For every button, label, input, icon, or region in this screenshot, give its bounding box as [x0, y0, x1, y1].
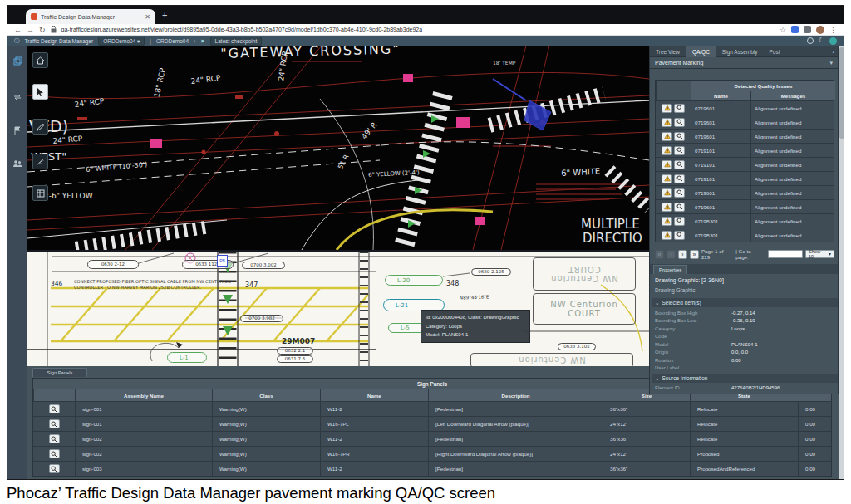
sign-panels-tab[interactable]: Sign Panels [32, 368, 87, 377]
dock-panel-icon[interactable] [829, 267, 834, 272]
issue-row[interactable]: 0719101 Alignment undefined [656, 157, 834, 171]
issue-row[interactable]: 0719101 Alignment undefined [656, 143, 834, 157]
zoom-to-button[interactable] [49, 419, 60, 428]
browser-avatar[interactable] [816, 26, 824, 34]
extensions-menu-icon[interactable] [804, 26, 811, 33]
vertical-scrollbar[interactable] [839, 46, 844, 479]
warning-button[interactable] [662, 132, 672, 141]
info-icon[interactable]: ⓘ [14, 37, 20, 45]
first-page-button[interactable]: « [655, 250, 664, 259]
models-icon[interactable] [11, 54, 24, 67]
zoom-to-button[interactable] [674, 146, 685, 155]
issue-row[interactable]: 0719B301 Alignment undefined [656, 228, 834, 242]
tab-overflow-chevron-icon[interactable]: › [832, 48, 834, 56]
source-information-section-header[interactable]: ⌄ Source Information [652, 374, 838, 383]
zoom-to-button[interactable] [674, 231, 685, 240]
issue-message: Alignment undefined [750, 101, 835, 115]
zoom-to-button[interactable] [674, 188, 685, 198]
issue-row[interactable]: 0719601 Alignment undefined [656, 185, 834, 199]
bookmark-star-icon[interactable]: ☆ [780, 26, 786, 34]
last-page-button[interactable]: » [690, 250, 699, 259]
property-label: Model [655, 342, 731, 347]
prev-page-button[interactable]: ‹ [667, 250, 676, 259]
zoom-to-button[interactable] [674, 132, 685, 141]
reload-icon[interactable]: ↻ [39, 26, 46, 34]
zoom-to-button[interactable] [49, 404, 60, 413]
issue-row[interactable]: 0719601 Alignment undefined [656, 199, 834, 213]
draw-tool-button[interactable] [32, 119, 48, 135]
zoom-to-button[interactable] [49, 464, 60, 473]
tab-post[interactable]: Post [764, 46, 786, 57]
zoom-to-button[interactable] [674, 174, 685, 183]
goto-page-input[interactable] [768, 250, 803, 258]
properties-tab[interactable]: Properties [653, 265, 687, 274]
scrollbar-thumb[interactable] [839, 47, 844, 139]
issue-name: 0719601 [691, 200, 750, 213]
browser-tab[interactable]: Traffic Design Data Manager ✕ [26, 9, 155, 24]
zoom-to-button[interactable] [674, 118, 685, 127]
dark-mode-icon[interactable]: ☾ [819, 37, 824, 44]
warning-button[interactable] [662, 203, 672, 212]
warning-button[interactable] [662, 160, 672, 169]
warning-button[interactable] [662, 231, 672, 240]
sync-icon[interactable] [11, 91, 24, 104]
loop-detector-l20[interactable]: L-20 [385, 275, 443, 286]
tab-close-icon[interactable]: ✕ [145, 13, 150, 21]
sign-panel-row[interactable]: sign-001 Warning(W) W11-2 [Pedestrian] 3… [33, 401, 831, 416]
help-icon[interactable] [807, 37, 814, 44]
zoom-to-button[interactable] [49, 434, 60, 443]
sign-panel-row[interactable]: sign-001 Warning(W) W16-7PL [Left Downwa… [33, 416, 831, 431]
warning-button[interactable] [662, 188, 672, 198]
home-tool-button[interactable] [32, 52, 48, 68]
extension-icon[interactable] [791, 26, 799, 33]
sign-panel-row[interactable]: sign-003 Warning(W) W11-2 [Pedestrian] 3… [33, 461, 831, 476]
project-selector[interactable]: ORDDemo04 ▾ [98, 37, 145, 46]
checkpoint-selector[interactable]: Latest checkpoint [210, 37, 263, 46]
sign-panel-row[interactable]: sign-002 Warning(W) W11-2 [Pedestrian] 3… [33, 431, 831, 446]
sign-panel-row[interactable]: sign-002 Warning(W) W16-7PR [Right Downw… [33, 446, 831, 461]
forward-icon[interactable]: → [27, 26, 34, 34]
select-tool-button[interactable] [32, 84, 48, 100]
users-icon[interactable] [11, 157, 24, 170]
tab-qaqc[interactable]: QA/QC [686, 46, 716, 57]
zoom-to-button[interactable] [674, 203, 685, 212]
zoom-to-button[interactable] [49, 449, 60, 458]
new-tab-button[interactable]: + [162, 11, 167, 20]
warning-button[interactable] [662, 174, 672, 183]
property-field: Origin 0.0, 0.0 [655, 349, 834, 357]
zoom-to-button[interactable] [674, 217, 685, 226]
page-size-select[interactable]: Show 10▾ [805, 250, 834, 258]
warning-button[interactable] [662, 118, 672, 127]
flag-icon[interactable] [11, 124, 24, 137]
issue-row[interactable]: 0719601 Alignment undefined [656, 115, 834, 129]
selected-items-section-header[interactable]: ⌄ Selected Item(s) [652, 298, 838, 307]
tab-sign-assembly[interactable]: Sign Assembly [716, 46, 764, 57]
sign-name: W11-2 [320, 402, 428, 416]
back-icon[interactable]: ← [14, 26, 22, 34]
pavement-marking-section-header[interactable]: Pavement Marking ▾ [650, 57, 838, 69]
warning-button[interactable] [662, 104, 672, 113]
issue-row[interactable]: 0719101 Alignment undefined [656, 171, 834, 185]
issue-row[interactable]: 0719601 Alignment undefined [656, 100, 834, 115]
issue-row[interactable]: 0719B301 Alignment undefined [656, 213, 834, 228]
station-callout: 0680 2.105 [471, 268, 511, 276]
zoom-to-button[interactable] [674, 160, 685, 169]
layers-tool-button[interactable] [32, 185, 48, 201]
user-avatar[interactable] [829, 37, 837, 45]
zoom-to-button[interactable] [674, 104, 685, 113]
loop-detector-l5[interactable]: L-5 [388, 323, 425, 333]
warning-button[interactable] [662, 217, 672, 226]
plan-sheet-viewport[interactable]: 0630 2-12 0633 1121 346 CONNECT PROPOSED… [27, 250, 649, 366]
lock-icon [51, 26, 57, 33]
tab-tree-view[interactable]: Tree View [650, 46, 686, 57]
measure-tool-button[interactable] [32, 154, 48, 169]
loop-detector-l1[interactable]: L-1 [167, 352, 207, 363]
url-text[interactable]: qa-trafficdesign.azurewebsites.net/view/… [61, 27, 423, 32]
tooltip-id-class: Id: 0x200000440c, Class: DrawingGraphic [426, 313, 525, 322]
warning-button[interactable] [662, 146, 672, 155]
breadcrumb-root[interactable]: ORDDemo04 [156, 38, 189, 44]
next-page-button[interactable]: › [678, 250, 687, 259]
browser-menu-icon[interactable]: ⋮ [829, 26, 837, 34]
issue-row[interactable]: 0719601 Alignment undefined [656, 129, 834, 143]
cad-viewport[interactable]: "GATEWAY CROSSING" 18' TEMP 24" RCP 18" … [27, 46, 649, 250]
